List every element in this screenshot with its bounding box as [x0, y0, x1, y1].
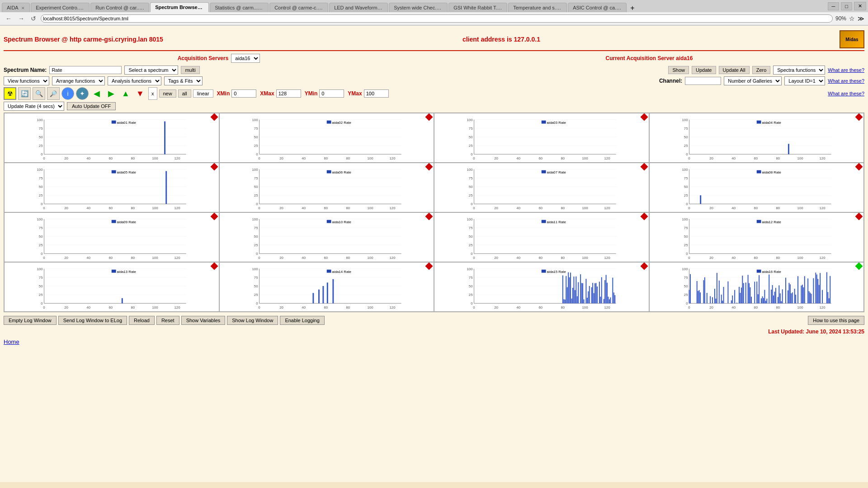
tab-system[interactable]: System wide Chec... ✕: [389, 3, 448, 12]
nav-icon-button[interactable]: ✦: [76, 87, 89, 100]
svg-text:50: 50: [254, 284, 258, 288]
extensions-button[interactable]: ≫: [858, 15, 864, 22]
show-log-button[interactable]: Show Log Window: [227, 316, 278, 325]
acq-server-select[interactable]: aida16: [231, 54, 260, 63]
chart-svg-aida12: 0255075100020406080100120aida12 Rate: [650, 213, 864, 262]
close-button[interactable]: ✕: [854, 2, 866, 10]
chart-cell-aida16[interactable]: 0255075100020406080100120aida16 Rate: [649, 262, 864, 312]
tab-experiment[interactable]: Experiment Contro... ✕: [31, 3, 90, 12]
svg-text:aida15 Rate: aida15 Rate: [547, 270, 566, 274]
all-button[interactable]: all: [178, 89, 191, 98]
svg-text:0: 0: [258, 305, 260, 310]
update-rate-select[interactable]: Update Rate (4 secs): [4, 102, 64, 111]
tab-statistics[interactable]: Statistics @ carm... ✕: [210, 3, 269, 12]
update-all-button[interactable]: Update All: [719, 66, 750, 74]
spectrum-name-input[interactable]: [49, 66, 122, 74]
spectra-functions-dropdown[interactable]: Spectra functions: [773, 66, 825, 75]
address-bar[interactable]: localhost:8015/Spectrum/Spectrum.tml: [41, 14, 833, 23]
what-these-2[interactable]: What are these?: [828, 78, 864, 84]
svg-text:80: 80: [131, 206, 135, 210]
tab-aida[interactable]: AIDA ✕: [2, 3, 30, 12]
show-button[interactable]: Show: [668, 66, 689, 74]
send-log-button[interactable]: Send Log Window to ELog: [58, 316, 127, 325]
enable-logging-button[interactable]: Enable Logging: [280, 316, 324, 325]
chart-cell-aida05[interactable]: 0255075100020406080100120aida05 Rate: [4, 163, 219, 212]
svg-text:40: 40: [731, 156, 736, 160]
new-tab-button[interactable]: +: [627, 4, 637, 12]
reset-button[interactable]: Reset: [156, 316, 179, 325]
chart-cell-aida13[interactable]: 0255075100020406080100120aida13 Rate: [4, 262, 219, 312]
arrow-down-button[interactable]: ▼: [134, 87, 146, 100]
maximize-button[interactable]: □: [841, 2, 852, 10]
chart-cell-aida03[interactable]: 0255075100020406080100120aida03 Rate: [434, 113, 649, 163]
reload-nav-button[interactable]: ↺: [29, 14, 38, 23]
number-galleries-dropdown[interactable]: Number of Galleries: [724, 76, 782, 85]
what-these-1[interactable]: What are these?: [828, 67, 864, 73]
tab-gsi[interactable]: GSI White Rabbit T... ✕: [448, 3, 507, 12]
svg-text:40: 40: [516, 156, 520, 160]
ymin-input[interactable]: [319, 89, 344, 98]
arrow-left-button[interactable]: ◀: [90, 87, 103, 100]
analysis-functions-dropdown[interactable]: Analysis functions: [108, 76, 161, 85]
chart-cell-aida12[interactable]: 0255075100020406080100120aida12 Rate: [649, 212, 864, 262]
view-functions-dropdown[interactable]: View functions: [4, 76, 49, 85]
bookmark-button[interactable]: ☆: [849, 15, 855, 22]
svg-text:100: 100: [37, 217, 43, 221]
tab-spectrum-browser[interactable]: Spectrum Browser... ✕: [150, 2, 209, 12]
tab-temperature[interactable]: Temperature and s... ✕: [508, 3, 567, 12]
arrow-right-button[interactable]: ▶: [105, 87, 118, 100]
tags-fits-dropdown[interactable]: Tags & Fits: [164, 76, 203, 85]
chart-cell-aida02[interactable]: 0255075100020406080100120aida02 Rate: [219, 113, 434, 163]
x-button[interactable]: x: [148, 87, 157, 100]
chart-cell-aida15[interactable]: 0255075100020406080100120aida15 Rate: [434, 262, 649, 312]
chart-cell-aida10[interactable]: 0255075100020406080100120aida10 Rate: [219, 212, 434, 262]
home-link[interactable]: Home: [4, 338, 19, 345]
arrow-up-button[interactable]: ▲: [119, 87, 132, 100]
radiation-icon-button[interactable]: ☢: [4, 87, 16, 100]
xmax-input[interactable]: [276, 89, 301, 98]
chart-cell-aida01[interactable]: 0255075100020406080100120aida01 Rate: [4, 113, 219, 163]
ymax-input[interactable]: [364, 89, 389, 98]
reload-button[interactable]: Reload: [129, 316, 155, 325]
tab-led[interactable]: LED and Waveform... ✕: [329, 3, 388, 12]
chart-cell-aida06[interactable]: 0255075100020406080100120aida06 Rate: [219, 163, 434, 212]
chart-cell-aida07[interactable]: 0255075100020406080100120aida07 Rate: [434, 163, 649, 212]
what-these-3[interactable]: What are these?: [828, 91, 864, 96]
back-button[interactable]: ←: [4, 14, 14, 23]
tab-asic[interactable]: ASIC Control @ ca... ✕: [568, 3, 627, 12]
how-to-use-button[interactable]: How to use this page: [808, 316, 864, 325]
xmin-input[interactable]: [231, 89, 256, 98]
sync-icon-button[interactable]: 🔄: [18, 87, 31, 100]
update-button[interactable]: Update: [692, 66, 716, 74]
svg-text:100: 100: [152, 305, 158, 310]
svg-text:20: 20: [494, 156, 498, 160]
minimize-button[interactable]: ─: [828, 2, 840, 10]
svg-rect-127: [326, 170, 331, 174]
tab-run-control[interactable]: Run Control @ car... ✕: [90, 3, 149, 12]
multi-button[interactable]: multi: [181, 66, 199, 74]
show-variables-button[interactable]: Show Variables: [181, 316, 226, 325]
svg-text:aida05 Rate: aida05 Rate: [117, 170, 137, 174]
svg-text:0: 0: [473, 156, 475, 160]
chart-cell-aida04[interactable]: 0255075100020406080100120aida04 Rate: [649, 113, 864, 163]
info-icon-button[interactable]: i: [61, 87, 74, 100]
zoom-out-icon-button[interactable]: 🔎: [47, 87, 60, 100]
forward-button[interactable]: →: [16, 14, 26, 23]
chart-cell-aida09[interactable]: 0255075100020406080100120aida09 Rate: [4, 212, 219, 262]
chart-cell-aida11[interactable]: 0255075100020406080100120aida11 Rate: [434, 212, 649, 262]
select-spectrum-dropdown[interactable]: Select a spectrum: [124, 66, 178, 75]
tab-control[interactable]: Control @ carme-c... ✕: [269, 3, 328, 12]
linear-button[interactable]: linear: [193, 89, 213, 98]
svg-text:100: 100: [152, 256, 158, 260]
empty-log-button[interactable]: Empty Log Window: [4, 316, 57, 325]
channel-input[interactable]: [685, 77, 721, 85]
new-button[interactable]: new: [159, 89, 176, 98]
zero-button[interactable]: Zero: [752, 66, 771, 74]
chart-cell-aida08[interactable]: 0255075100020406080100120aida08 Rate: [649, 163, 864, 212]
svg-text:aida08 Rate: aida08 Rate: [762, 170, 781, 174]
zoom-in-icon-button[interactable]: 🔍: [33, 87, 45, 100]
chart-cell-aida14[interactable]: 0255075100020406080100120aida14 Rate: [219, 262, 434, 312]
auto-update-button[interactable]: Auto Update OFF: [67, 102, 116, 110]
layout-id-dropdown[interactable]: Layout ID=1: [784, 76, 825, 85]
arrange-functions-dropdown[interactable]: Arrange functions: [52, 76, 105, 85]
